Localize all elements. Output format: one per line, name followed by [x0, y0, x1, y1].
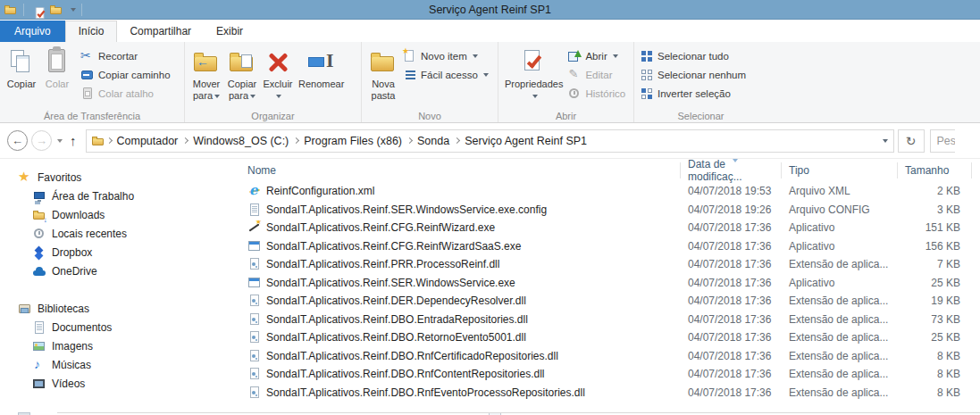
refresh-button[interactable]: ↻ — [898, 129, 925, 153]
tab-home[interactable]: Início — [65, 21, 118, 42]
breadcrumb-segment[interactable]: Sonda — [414, 135, 453, 147]
paste-shortcut-button[interactable]: Colar atalho — [79, 86, 172, 102]
invert-selection-button[interactable]: Inverter seleção — [638, 86, 748, 102]
file-row[interactable]: SondaIT.Aplicativos.Reinf.DBO.RnfCertifi… — [241, 347, 980, 366]
search-input[interactable] — [931, 130, 955, 152]
properties-button[interactable]: Propriedades — [502, 45, 565, 102]
breadcrumb-segment[interactable]: Serviço Agent Reinf SP1 — [461, 135, 591, 147]
breadcrumb[interactable]: ComputadorWindows8_OS (C:)Program Files … — [86, 129, 894, 153]
file-date: 04/07/2018 17:36 — [681, 331, 782, 344]
back-button[interactable]: ← — [7, 130, 28, 151]
copy-icon — [6, 47, 37, 78]
file-row[interactable]: SondaIT.Aplicativos.Reinf.DBO.RetornoEve… — [241, 328, 980, 347]
recent-locations-chevron-icon[interactable] — [57, 139, 63, 143]
forward-button[interactable]: → — [31, 130, 52, 151]
file-row[interactable]: SondaIT.Aplicativos.Reinf.DER.DependecyR… — [241, 292, 980, 311]
column-header-type[interactable]: Tipo — [782, 162, 898, 178]
sidebar-item-document[interactable]: Documentos — [0, 318, 241, 336]
sidebar-item-downloads[interactable]: ↓Downloads — [0, 205, 241, 224]
sidebar-item-pictures[interactable]: Imagens — [0, 336, 241, 355]
new-folder-quick-icon[interactable] — [49, 3, 63, 17]
up-button[interactable]: ↑ — [70, 133, 77, 148]
invert-selection-icon — [640, 87, 654, 101]
column-header-name[interactable]: Nome — [241, 162, 681, 178]
tab-share[interactable]: Compartilhar — [117, 21, 204, 42]
wizard-icon: ★ — [247, 220, 262, 235]
paste-button[interactable]: Colar — [39, 45, 75, 90]
breadcrumb-segment[interactable]: Windows8_OS (C:) — [189, 135, 292, 147]
file-size: 2 KB — [898, 185, 972, 197]
sidebar-item-desktop[interactable]: Área de Trabalho — [0, 187, 241, 205]
file-name: SondaIT.Aplicativos.Reinf.SER.WindowsSer… — [266, 203, 547, 216]
sidebar-item-label: Imagens — [52, 340, 93, 353]
copy-to-button[interactable]: Copiar para — [224, 45, 260, 102]
easy-access-button[interactable]: Fácil acesso — [401, 67, 490, 83]
main-area: ★FavoritosÁrea de Trabalho↓DownloadsLoca… — [0, 159, 980, 415]
file-name: SondaIT.Aplicativos.Reinf.SER.WindowsSer… — [266, 277, 515, 289]
sidebar-section-Favoritos[interactable]: ★Favoritos — [0, 168, 241, 187]
file-row[interactable]: ★SondaIT.Aplicativos.Reinf.CFG.ReinfWiza… — [241, 219, 980, 237]
crumb-separator-icon[interactable] — [454, 137, 460, 144]
file-row[interactable]: SondaIT.Aplicativos.Reinf.PRR.ProcessoRe… — [241, 255, 980, 274]
customize-toolbar-chevron-icon[interactable] — [71, 8, 76, 12]
file-name: SondaIT.Aplicativos.Reinf.DBO.RnfContent… — [266, 368, 544, 380]
column-header-date[interactable]: Data de modificaç... — [681, 162, 782, 178]
file-row[interactable]: SondaIT.Aplicativos.Reinf.SER.WindowsSer… — [241, 274, 980, 293]
file-type: Extensão de aplica... — [782, 295, 898, 307]
properties-quick-icon[interactable] — [33, 6, 41, 14]
divider — [81, 4, 82, 16]
edit-button[interactable]: ✎ Editar — [565, 67, 627, 83]
sidebar-item-label: Vídeos — [52, 378, 85, 390]
window-title: Serviço Agent Reinf SP1 — [0, 4, 980, 16]
crumb-separator-icon[interactable] — [293, 137, 299, 144]
rename-button[interactable]: I Renomear — [296, 45, 347, 90]
file-row[interactable]: SondaIT.Aplicativos.Reinf.DBO.RnfEventoP… — [241, 384, 980, 403]
sidebar-section-Bibliotecas[interactable]: Bibliotecas — [0, 299, 241, 318]
copy-button[interactable]: Copiar — [4, 45, 39, 90]
sidebar-item-music[interactable]: ♪Músicas — [0, 355, 241, 374]
crumb-separator-icon[interactable] — [105, 137, 112, 144]
window-bottom-border — [57, 412, 980, 413]
move-to-button[interactable]: ← Mover para — [188, 45, 224, 102]
column-header-size[interactable]: Tamanho — [898, 162, 972, 178]
copy-path-button[interactable]: Copiar caminho — [79, 67, 172, 83]
file-row[interactable]: SondaIT.Aplicativos.Reinf.CFG.ReinfWizar… — [241, 237, 980, 256]
file-row[interactable]: eReinfConfiguration.xml 04/07/2018 19:53… — [241, 182, 980, 201]
ie-icon: e — [247, 184, 262, 198]
open-button[interactable]: Abrir — [565, 48, 627, 64]
star-icon: ★ — [18, 170, 32, 185]
file-row[interactable]: SondaIT.Aplicativos.Reinf.DBO.EntradaRep… — [241, 311, 980, 329]
history-button[interactable]: Histórico — [565, 86, 627, 102]
file-size: 19 KB — [898, 295, 972, 307]
sidebar-item-onedrive[interactable]: OneDrive — [0, 261, 241, 280]
ribbon: Copiar Colar ✂ Recortar Copiar caminho C… — [0, 42, 980, 123]
group-clipboard: Copiar Colar ✂ Recortar Copiar caminho C… — [0, 42, 184, 122]
file-row[interactable]: SondaIT.Aplicativos.Reinf.SER.WindowsSer… — [241, 201, 980, 220]
file-type: Aplicativo — [782, 240, 898, 253]
copy-path-icon — [80, 68, 95, 82]
new-folder-button[interactable]: Nova pasta — [365, 45, 401, 102]
dropbox-icon — [32, 245, 46, 260]
delete-icon — [263, 47, 293, 78]
breadcrumb-segment[interactable]: Computador — [113, 135, 182, 147]
new-item-button[interactable]: ★ Novo item — [401, 48, 490, 64]
sidebar-item-recent[interactable]: Locais recentes — [0, 224, 241, 243]
select-all-button[interactable]: Selecionar tudo — [638, 48, 748, 64]
crumb-separator-icon[interactable] — [182, 137, 188, 144]
tab-view[interactable]: Exibir — [204, 21, 255, 42]
easy-access-icon — [403, 68, 417, 82]
file-row[interactable]: SondaIT.Aplicativos.Reinf.DBO.RnfContent… — [241, 365, 980, 384]
sidebar-item-videos[interactable]: Vídeos — [0, 374, 241, 393]
recent-icon — [32, 227, 46, 241]
crumb-separator-icon[interactable] — [406, 137, 413, 144]
sidebar-item-dropbox[interactable]: Dropbox — [0, 243, 241, 261]
file-size: 8 KB — [898, 386, 972, 399]
group-new: Nova pasta ★ Novo item Fácil acesso Novo — [361, 42, 498, 122]
breadcrumb-segment[interactable]: Program Files (x86) — [300, 135, 406, 147]
cut-button[interactable]: ✂ Recortar — [79, 48, 172, 64]
select-none-button[interactable]: Selecionar nenhum — [638, 67, 748, 83]
address-dropdown-button[interactable] — [876, 130, 893, 152]
tab-file[interactable]: Arquivo — [0, 21, 65, 42]
delete-button[interactable]: Excluir — [260, 45, 296, 102]
back-icon: ← — [12, 134, 23, 147]
